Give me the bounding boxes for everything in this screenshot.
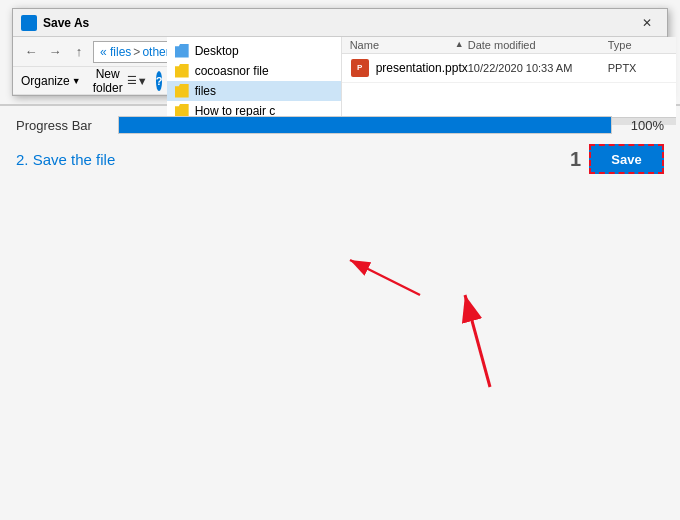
dialog-close-button[interactable]: ✕ bbox=[635, 12, 659, 34]
file-row-type: PPTX bbox=[608, 62, 668, 74]
lower-section: Progress Bar 100% 2. Save the file 1 Sav… bbox=[0, 104, 680, 184]
file-list-header: Name ▲ Date modified Type bbox=[342, 37, 676, 54]
file-row-name: presentation.pptx bbox=[376, 61, 468, 75]
back-button[interactable]: ← bbox=[21, 42, 41, 62]
progress-bar-fill bbox=[119, 117, 611, 133]
progress-bar bbox=[118, 116, 612, 134]
dialog-icon bbox=[21, 15, 37, 31]
view-controls: ☰ ▼ ? bbox=[135, 71, 155, 91]
nav-item-desktop[interactable]: Desktop bbox=[167, 41, 341, 61]
breadcrumb-sep1: > bbox=[133, 45, 140, 59]
action-bar: Organize ▼ New folder ☰ ▼ ? Desktop bbox=[13, 67, 667, 95]
file-row-presentation[interactable]: P presentation.pptx 10/22/2020 10:33 AM … bbox=[342, 54, 676, 83]
left-nav: Desktop cocoasnor file files How to repa… bbox=[167, 37, 342, 125]
cocoasnor-icon bbox=[175, 64, 189, 78]
save-section-label: 2. Save the file bbox=[16, 151, 115, 168]
breadcrumb-double-chevron: « bbox=[100, 45, 110, 59]
dialog-title: Save As bbox=[43, 16, 635, 30]
view-icon-1[interactable]: ☰ ▼ ? bbox=[135, 71, 155, 91]
save-number-badge-1: 1 bbox=[570, 148, 581, 171]
file-list: P presentation.pptx 10/22/2020 10:33 AM … bbox=[342, 54, 676, 117]
up-button[interactable]: ↑ bbox=[69, 42, 89, 62]
save-row: 2. Save the file 1 Save bbox=[16, 144, 664, 174]
breadcrumb-other[interactable]: other bbox=[142, 45, 169, 59]
new-folder-button[interactable]: New folder bbox=[93, 67, 123, 95]
nav-item-files-label: files bbox=[195, 84, 216, 98]
forward-button[interactable]: → bbox=[45, 42, 65, 62]
breadcrumb-files[interactable]: files bbox=[110, 45, 131, 59]
help-button[interactable]: ? bbox=[156, 71, 163, 91]
svg-line-1 bbox=[350, 260, 420, 295]
nav-item-desktop-label: Desktop bbox=[195, 44, 239, 58]
sort-arrow: ▲ bbox=[455, 39, 464, 51]
progress-percent: 100% bbox=[624, 118, 664, 133]
main-window: Save As ✕ ← → ↑ « files > other > repair… bbox=[0, 0, 680, 520]
files-icon bbox=[175, 84, 189, 98]
nav-item-cocoasnor-label: cocoasnor file bbox=[195, 64, 269, 78]
col-header-date: Date modified bbox=[468, 39, 608, 51]
col-header-name: Name bbox=[350, 39, 455, 51]
view-icon-dropdown[interactable]: ▼ bbox=[137, 71, 148, 91]
file-row-date: 10/22/2020 10:33 AM bbox=[468, 62, 608, 74]
svg-line-3 bbox=[465, 295, 490, 387]
nav-item-files[interactable]: files bbox=[167, 81, 341, 101]
progress-label: Progress Bar bbox=[16, 118, 106, 133]
save-as-dialog: Save As ✕ ← → ↑ « files > other > repair… bbox=[12, 8, 668, 96]
dialog-content: Desktop cocoasnor file files How to repa… bbox=[167, 37, 676, 125]
progress-row: Progress Bar 100% bbox=[16, 116, 664, 134]
save-large-button[interactable]: Save bbox=[589, 144, 664, 174]
dialog-wrapper: Save As ✕ ← → ↑ « files > other > repair… bbox=[0, 0, 680, 184]
organize-button[interactable]: Organize ▼ bbox=[21, 74, 81, 88]
col-header-type: Type bbox=[608, 39, 668, 51]
pptx-file-icon: P bbox=[350, 58, 370, 78]
organize-label: Organize bbox=[21, 74, 70, 88]
nav-item-cocoasnor[interactable]: cocoasnor file bbox=[167, 61, 341, 81]
save-button-area: 1 Save bbox=[570, 144, 664, 174]
dialog-title-bar: Save As ✕ bbox=[13, 9, 667, 37]
file-list-container: Name ▲ Date modified Type P presentation… bbox=[342, 37, 676, 125]
save-large-label: Save bbox=[611, 152, 641, 167]
desktop-icon bbox=[175, 44, 189, 58]
organize-dropdown-arrow: ▼ bbox=[72, 76, 81, 86]
pptx-icon: P bbox=[351, 59, 369, 77]
